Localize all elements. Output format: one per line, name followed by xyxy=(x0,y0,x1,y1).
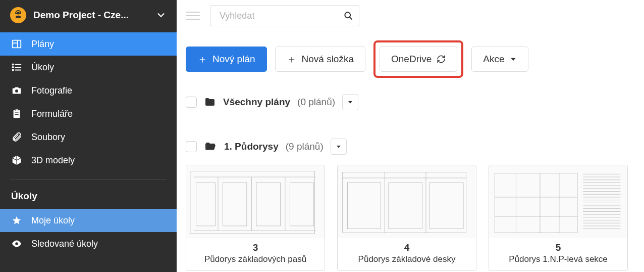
sync-icon xyxy=(437,55,446,64)
nav-label: Plány xyxy=(31,39,54,50)
nav-item-photos[interactable]: Fotografie xyxy=(0,79,177,102)
folder-open-icon xyxy=(204,141,217,153)
main-content: ＋ Nový plán ＋ Nová složka OneDrive Akce xyxy=(177,0,644,272)
svg-rect-38 xyxy=(430,183,463,229)
caret-down-icon xyxy=(510,56,517,63)
toolbar: ＋ Nový plán ＋ Nová složka OneDrive Akce xyxy=(177,32,644,90)
nav-label: Fotografie xyxy=(31,85,72,96)
cube-icon xyxy=(11,155,22,166)
subnav-label: Sledované úkoly xyxy=(31,239,98,249)
folder-name: Všechny plány xyxy=(223,97,290,108)
onedrive-button[interactable]: OneDrive xyxy=(380,47,457,72)
plan-card[interactable]: 3 Půdorys základových pasů xyxy=(186,165,325,271)
search-wrap xyxy=(210,5,359,26)
nav-divider xyxy=(10,179,167,179)
nav-item-3dmodels[interactable]: 3D modely xyxy=(0,149,177,172)
eye-icon xyxy=(11,238,22,249)
svg-rect-11 xyxy=(14,110,20,118)
subnav-item-mytasks[interactable]: Moje úkoly xyxy=(0,209,177,232)
folder-group-row: 1. Půdorysy (9 plánů) xyxy=(186,134,635,164)
sidebar: Demo Project - Cze... Plány Úkoly Fotogr… xyxy=(0,0,177,272)
app-logo xyxy=(10,7,26,23)
nav-item-forms[interactable]: Formuláře xyxy=(0,102,177,125)
plan-thumbnail xyxy=(186,165,325,238)
svg-rect-22 xyxy=(190,171,315,234)
folder-all-row: Všechny plány (0 plánů) xyxy=(186,90,635,119)
plan-card-footer: 3 Půdorys základových pasů xyxy=(186,238,325,270)
folder-icon xyxy=(204,96,216,108)
svg-rect-12 xyxy=(15,109,18,111)
button-label: Nový plán xyxy=(212,54,255,65)
svg-rect-31 xyxy=(290,183,313,225)
plan-title: Půdorys 1.N.P-levá sekce xyxy=(494,254,622,264)
plan-number: 3 xyxy=(191,242,319,253)
star-icon xyxy=(11,215,22,226)
nav-label: Soubory xyxy=(31,132,65,143)
new-folder-button[interactable]: ＋ Nová složka xyxy=(275,47,366,72)
content-area: Všechny plány (0 plánů) 1. Půdorysy (9 p… xyxy=(177,90,644,272)
plan-number: 4 xyxy=(343,242,471,253)
subnav-label: Moje úkoly xyxy=(31,215,75,226)
blueprint-icon xyxy=(11,38,22,50)
plan-title: Půdorys základové desky xyxy=(343,254,471,264)
svg-point-8 xyxy=(13,67,14,68)
nav-label: Úkoly xyxy=(31,62,54,73)
folder-count: (9 plánů) xyxy=(286,141,324,152)
nav-item-plans[interactable]: Plány xyxy=(0,32,177,56)
svg-marker-19 xyxy=(511,58,515,61)
svg-point-9 xyxy=(13,69,14,70)
folder-dropdown[interactable] xyxy=(331,139,347,155)
nav-section-title: Úkoly xyxy=(0,187,177,209)
plan-card-grid: 3 Půdorys základových pasů xyxy=(186,165,635,271)
svg-marker-15 xyxy=(13,216,21,224)
onedrive-highlight: OneDrive xyxy=(373,40,463,78)
plan-thumbnail xyxy=(489,165,627,238)
plan-card-footer: 5 Půdorys 1.N.P-levá sekce xyxy=(489,238,627,270)
svg-marker-20 xyxy=(348,101,352,104)
folder-dropdown[interactable] xyxy=(342,94,358,110)
plan-number: 5 xyxy=(494,242,622,253)
secondary-nav: Moje úkoly Sledované úkoly xyxy=(0,209,177,255)
nav-item-files[interactable]: Soubory xyxy=(0,125,177,149)
actions-button[interactable]: Akce xyxy=(471,47,528,72)
plus-icon: ＋ xyxy=(287,54,297,64)
paperclip-icon xyxy=(11,131,22,143)
svg-rect-30 xyxy=(256,183,280,225)
svg-rect-32 xyxy=(343,172,466,233)
folder-count: (0 plánů) xyxy=(297,97,335,108)
project-header[interactable]: Demo Project - Cze... xyxy=(0,0,177,32)
topbar xyxy=(177,0,644,32)
button-label: Nová složka xyxy=(302,54,354,65)
nav-label: 3D modely xyxy=(31,155,75,166)
plan-card-footer: 4 Půdorys základové desky xyxy=(338,238,476,270)
svg-point-16 xyxy=(15,242,18,245)
chevron-down-icon[interactable] xyxy=(155,10,167,21)
camera-icon xyxy=(11,85,22,96)
nav-label: Formuláře xyxy=(31,109,73,119)
new-plan-button[interactable]: ＋ Nový plán xyxy=(186,47,267,72)
plan-card[interactable]: 4 Půdorys základové desky xyxy=(337,165,476,271)
svg-marker-21 xyxy=(337,146,341,148)
nav-item-tasks[interactable]: Úkoly xyxy=(0,56,177,79)
plan-title: Půdorys základových pasů xyxy=(191,254,319,264)
project-title: Demo Project - Cze... xyxy=(33,10,148,21)
svg-point-7 xyxy=(13,64,14,65)
svg-rect-28 xyxy=(196,183,215,225)
svg-rect-1 xyxy=(13,40,21,48)
svg-point-10 xyxy=(15,89,18,93)
clipboard-icon xyxy=(11,108,22,119)
svg-rect-37 xyxy=(389,183,422,229)
plan-card[interactable]: 5 Půdorys 1.N.P-levá sekce xyxy=(489,165,628,271)
folder-checkbox[interactable] xyxy=(186,141,197,152)
button-label: OneDrive xyxy=(391,54,432,65)
folder-name: 1. Půdorysy xyxy=(224,141,279,152)
subnav-item-watched[interactable]: Sledované úkoly xyxy=(0,232,177,255)
svg-point-0 xyxy=(17,12,19,14)
svg-rect-29 xyxy=(223,183,246,225)
search-input[interactable] xyxy=(210,5,359,26)
svg-rect-36 xyxy=(347,183,381,229)
svg-rect-39 xyxy=(495,173,577,233)
primary-nav: Plány Úkoly Fotografie Formuláře Soubory xyxy=(0,32,177,172)
folder-checkbox[interactable] xyxy=(186,97,197,108)
hamburger-icon[interactable] xyxy=(186,9,200,23)
